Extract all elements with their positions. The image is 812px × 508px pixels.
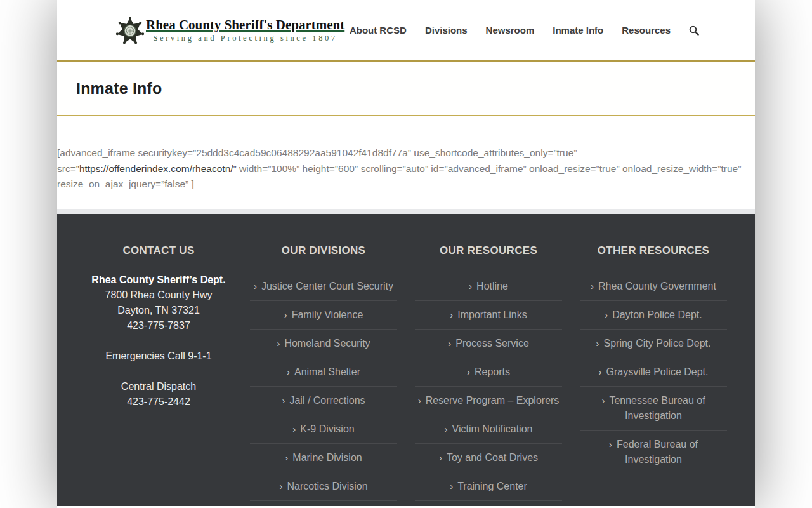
footer-link-reports[interactable]: ›Reports bbox=[415, 358, 562, 387]
footer-link-dayton-police-dept[interactable]: ›Dayton Police Dept. bbox=[580, 301, 727, 330]
footer-link-jail-corrections[interactable]: ›Jail / Corrections bbox=[250, 387, 397, 415]
page-container: Rhea County Sheriff's Department Serving… bbox=[57, 0, 755, 508]
contact-line: Emergencies Call 9-1-1 bbox=[85, 349, 232, 364]
chevron-right-icon: › bbox=[599, 366, 602, 377]
chevron-right-icon: › bbox=[277, 338, 280, 349]
chevron-right-icon: › bbox=[609, 439, 612, 450]
footer-link-k-9-division[interactable]: ›K-9 Division bbox=[250, 415, 397, 444]
nav-item-about-rcsd[interactable]: About RCSD bbox=[350, 0, 407, 61]
site-tagline: Serving and Protecting since 1807 bbox=[153, 34, 337, 43]
footer-link-reserve-program-explorers[interactable]: ›Reserve Program – Explorers bbox=[415, 387, 562, 415]
contact-line: 423-775-2442 bbox=[85, 394, 232, 410]
footer-column-our-divisions: OUR DIVISIONS›Justice Center Court Secur… bbox=[250, 244, 397, 506]
chevron-right-icon: › bbox=[591, 281, 594, 291]
shortcode-url: ”https://offenderindex.com/rheacotn/” bbox=[76, 163, 237, 174]
contact-line: Dayton, TN 37321 bbox=[85, 303, 232, 318]
contact-line: Central Dispatch bbox=[85, 379, 232, 394]
nav-item-inmate-info[interactable]: Inmate Info bbox=[553, 0, 603, 61]
footer-link-victim-notification[interactable]: ›Victim Notification bbox=[415, 415, 562, 444]
contact-group: Central Dispatch423-775-2442 bbox=[85, 379, 232, 410]
footer-link-training-center[interactable]: ›Training Center bbox=[415, 472, 562, 501]
footer-heading: OUR RESOURCES bbox=[415, 244, 562, 257]
site-title: Rhea County Sheriff's Department bbox=[146, 18, 344, 32]
nav-items: About RCSDDivisionsNewsroomInmate InfoRe… bbox=[350, 0, 671, 61]
footer-link-toy-and-coat-drives[interactable]: ›Toy and Coat Drives bbox=[415, 444, 562, 472]
chevron-right-icon: › bbox=[448, 338, 451, 349]
nav-item-resources[interactable]: Resources bbox=[622, 0, 671, 61]
footer-link-list: ›Hotline›Important Links›Process Service… bbox=[415, 272, 562, 501]
chevron-right-icon: › bbox=[285, 452, 288, 463]
page-title: Inmate Info bbox=[76, 79, 162, 98]
main-content: [advanced_iframe securitykey=”25ddd3c4ca… bbox=[57, 116, 755, 209]
page-title-bar: Inmate Info bbox=[57, 62, 755, 116]
pre-footer-strip bbox=[57, 209, 755, 214]
footer-link-marine-division[interactable]: ›Marine Division bbox=[250, 444, 397, 472]
search-icon[interactable] bbox=[689, 25, 699, 36]
footer-link-graysville-police-dept[interactable]: ›Graysville Police Dept. bbox=[580, 358, 727, 387]
chevron-right-icon: › bbox=[601, 395, 605, 406]
footer-link-rhea-county-government[interactable]: ›Rhea County Government bbox=[580, 272, 727, 301]
contact-line: Rhea County Sheriff’s Dept. bbox=[85, 272, 232, 288]
footer-link-hotline[interactable]: ›Hotline bbox=[415, 272, 562, 301]
chevron-right-icon: › bbox=[605, 309, 608, 320]
site-header: Rhea County Sheriff's Department Serving… bbox=[57, 0, 755, 62]
chevron-right-icon: › bbox=[418, 395, 421, 406]
chevron-right-icon: › bbox=[279, 481, 282, 491]
shortcode-text: [advanced_iframe securitykey=”25ddd3c4ca… bbox=[57, 116, 755, 192]
chevron-right-icon: › bbox=[596, 338, 599, 349]
footer-link-tennessee-bureau-of-investigation[interactable]: ›Tennessee Bureau of Investigation bbox=[580, 387, 727, 431]
footer-column-our-resources: OUR RESOURCES›Hotline›Important Links›Pr… bbox=[415, 244, 562, 506]
footer-heading-contact: CONTACT US bbox=[85, 244, 232, 257]
footer-link-list: ›Rhea County Government›Dayton Police De… bbox=[580, 272, 727, 474]
sheriff-star-badge-icon bbox=[115, 16, 145, 45]
chevron-right-icon: › bbox=[282, 395, 285, 406]
footer-link-family-violence[interactable]: ›Family Violence bbox=[250, 301, 397, 330]
chevron-right-icon: › bbox=[287, 366, 290, 377]
footer-link-process-service[interactable]: ›Process Service bbox=[415, 330, 562, 358]
main-nav: About RCSDDivisionsNewsroomInmate InfoRe… bbox=[350, 0, 699, 61]
footer-link-animal-shelter[interactable]: ›Animal Shelter bbox=[250, 358, 397, 387]
contact-group: Emergencies Call 9-1-1 bbox=[85, 349, 232, 364]
footer-link-narcotics-division[interactable]: ›Narcotics Division bbox=[250, 472, 397, 501]
footer-link-federal-bureau-of-investigation[interactable]: ›Federal Bureau of Investigation bbox=[580, 431, 727, 474]
chevron-right-icon: › bbox=[445, 424, 448, 434]
chevron-right-icon: › bbox=[450, 481, 453, 491]
contact-line: 423-775-7837 bbox=[85, 318, 232, 333]
footer-heading: OUR DIVISIONS bbox=[250, 244, 397, 257]
footer-link-important-links[interactable]: ›Important Links bbox=[415, 301, 562, 330]
chevron-right-icon: › bbox=[469, 281, 472, 291]
footer-link-list: ›Justice Center Court Security›Family Vi… bbox=[250, 272, 397, 501]
footer-column-other-resources: OTHER RESOURCES›Rhea County Government›D… bbox=[580, 244, 727, 506]
chevron-right-icon: › bbox=[254, 281, 257, 291]
chevron-right-icon: › bbox=[439, 452, 442, 463]
chevron-right-icon: › bbox=[284, 309, 287, 320]
footer-contact-column: CONTACT US Rhea County Sheriff’s Dept.78… bbox=[85, 244, 232, 506]
site-logo[interactable]: Rhea County Sheriff's Department Serving… bbox=[115, 16, 344, 45]
footer-link-spring-city-police-dept[interactable]: ›Spring City Police Dept. bbox=[580, 330, 727, 358]
site-footer: CONTACT US Rhea County Sheriff’s Dept.78… bbox=[57, 214, 755, 506]
footer-heading: OTHER RESOURCES bbox=[580, 244, 727, 257]
contact-info: Rhea County Sheriff’s Dept.7800 Rhea Cou… bbox=[85, 272, 232, 410]
footer-link-justice-center-court-security[interactable]: ›Justice Center Court Security bbox=[250, 272, 397, 301]
contact-line: 7800 Rhea County Hwy bbox=[85, 288, 232, 303]
chevron-right-icon: › bbox=[292, 424, 296, 434]
chevron-right-icon: › bbox=[450, 309, 453, 320]
footer-link-homeland-security[interactable]: ›Homeland Security bbox=[250, 330, 397, 358]
nav-item-divisions[interactable]: Divisions bbox=[425, 0, 468, 61]
nav-item-newsroom[interactable]: Newsroom bbox=[486, 0, 535, 61]
chevron-right-icon: › bbox=[467, 366, 470, 377]
contact-group: Rhea County Sheriff’s Dept.7800 Rhea Cou… bbox=[85, 272, 232, 333]
